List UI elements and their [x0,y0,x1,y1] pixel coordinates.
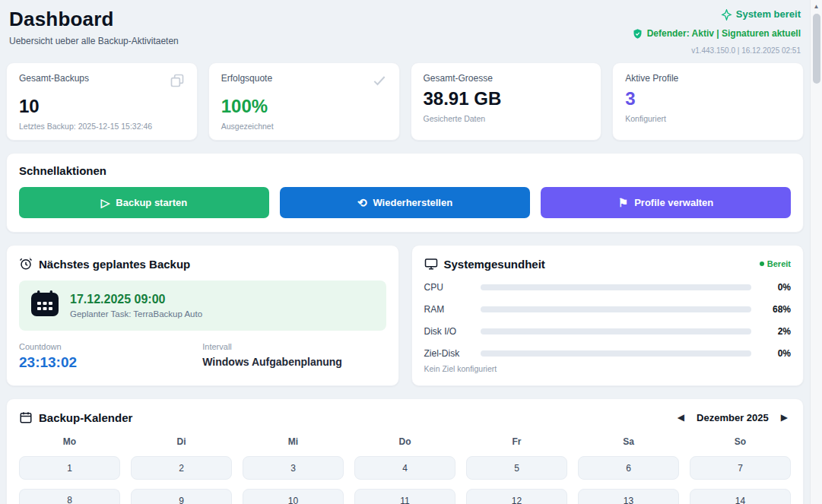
restore-button[interactable]: ⟲ Wiederherstellen [280,187,530,218]
monitor-icon [424,257,438,271]
calendar-day-cell[interactable]: 13 [578,489,679,504]
manage-profiles-button[interactable]: ⚑ Profile verwalten [541,187,791,218]
calendar-day-cell[interactable]: 11 [354,489,455,504]
stat-label: Gesamt-Backups [19,73,89,84]
backup-start-button[interactable]: ▷ Backup starten [19,187,269,218]
disk-io-progressbar [481,328,752,334]
ram-progressbar [481,306,752,312]
metric-value: 2% [760,326,791,337]
page-subtitle: Uebersicht ueber alle Backup-Aktivitaete… [9,36,179,46]
countdown-label: Countdown [19,342,202,351]
health-status-label: Bereit [767,259,791,268]
stat-label: Aktive Profile [625,73,678,84]
calendar-day-cell[interactable]: 4 [354,456,455,480]
button-label: Profile verwalten [634,197,713,208]
page-title: Dashboard [9,8,179,31]
health-row-disk-io: Disk I/O 2% [424,326,792,337]
stat-label: Gesamt-Groesse [424,73,493,84]
interval-block: Intervall Windows Aufgabenplanung [202,342,386,371]
page-header: Dashboard Uebersicht ueber alle Backup-A… [6,6,804,62]
system-status-row: System bereit [632,8,801,25]
weekday-label: Di [131,436,232,447]
countdown-value: 23:13:02 [19,354,202,371]
interval-label: Intervall [202,342,386,351]
calendar-month-label: Dezember 2025 [697,412,769,423]
button-label: Wiederherstellen [373,197,452,208]
backup-calendar-card: Backup-Kalender ◀ Dezember 2025 ▶ Mo Di … [6,398,804,504]
metric-value: 0% [760,282,791,293]
metric-label: RAM [424,304,471,315]
calendar-icon [19,410,33,424]
next-backup-title: Nächstes geplantes Backup [39,258,190,271]
prev-month-button[interactable]: ◀ [674,410,687,424]
stat-label: Erfolgsquote [221,73,272,84]
button-label: Backup starten [116,197,187,208]
status-dot-icon [760,262,764,266]
health-note: Kein Ziel konfiguriert [424,364,792,373]
quick-actions-row: ▷ Backup starten ⟲ Wiederherstellen ⚑ Pr… [19,187,791,218]
calendar-week-row-2: 8 9 10 11 12 13 14 [19,489,791,504]
system-status-label: System bereit [736,8,801,22]
stats-row: Gesamt-Backups 10 Letztes Backup: 2025-1… [6,62,804,141]
stat-card-top: Gesamt-Backups [19,73,185,91]
next-backup-task: Geplanter Task: TerraBackup Auto [70,309,202,319]
calendar-day-cell[interactable]: 14 [690,489,791,504]
vertical-scrollbar[interactable]: ▲ [810,0,822,504]
calendar-day-cell[interactable]: 3 [243,456,344,480]
stat-sub: Ausgezeichnet [221,122,387,131]
sparkle-icon [721,9,732,21]
scroll-up-arrow-icon[interactable]: ▲ [811,0,822,12]
system-health-header: Systemgesundheit Bereit [424,257,792,271]
backups-icon [170,73,185,91]
cpu-progressbar [481,284,752,290]
health-row-cpu: CPU 0% [424,282,792,293]
calendar-header: Backup-Kalender ◀ Dezember 2025 ▶ [19,410,791,424]
next-backup-datetime: 17.12.2025 09:00 [70,293,202,306]
weekday-label: Fr [466,436,567,447]
stat-value: 38.91 GB [424,88,589,109]
interval-value: Windows Aufgabenplanung [202,356,386,368]
weekday-label: Sa [578,436,679,447]
metric-label: Disk I/O [424,326,471,337]
calendar-title-row: Backup-Kalender [19,410,132,424]
calendar-day-cell[interactable]: 9 [131,489,232,504]
stat-sub: Letztes Backup: 2025-12-15 15:32:46 [19,122,185,131]
weekday-header-row: Mo Di Mi Do Fr Sa So [19,436,791,447]
backup-dashboard-app: Dashboard Uebersicht ueber alle Backup-A… [0,0,822,504]
shield-icon [632,28,643,40]
health-row-target-disk: Ziel-Disk 0% [424,348,792,359]
calendar-day-cell[interactable]: 7 [690,456,791,480]
next-backup-highlight: 17.12.2025 09:00 Geplanter Task: TerraBa… [19,281,386,331]
defender-status: Defender: Aktiv | Signaturen aktuell [632,27,801,40]
stat-value: 100% [221,96,387,117]
weekday-label: Mo [19,436,120,447]
calendar-day-cell[interactable]: 5 [466,456,567,480]
countdown-block: Countdown 23:13:02 [19,342,202,371]
weekday-label: So [690,436,791,447]
scrollbar-thumb[interactable] [813,14,820,84]
stat-card-active-profiles: Aktive Profile 3 Konfiguriert [612,62,804,141]
calendar-day-cell[interactable]: 10 [243,489,344,504]
weekday-label: Do [354,436,455,447]
quick-actions-card: Schnellaktionen ▷ Backup starten ⟲ Wiede… [6,153,804,233]
calendar-day-cell[interactable]: 12 [466,489,567,504]
metric-value: 68% [760,304,791,315]
weekday-label: Mi [243,436,344,447]
system-health-title-row: Systemgesundheit [424,257,545,271]
stat-sub: Konfiguriert [625,114,791,123]
calendar-day-cell[interactable]: 8 [19,489,120,504]
header-left: Dashboard Uebersicht ueber alle Backup-A… [9,8,179,46]
calendar-day-cell[interactable]: 6 [578,456,679,480]
stat-card-top: Aktive Profile [625,73,791,84]
stat-card-top: Gesamt-Groesse [424,73,589,84]
next-month-button[interactable]: ▶ [778,410,791,424]
metric-label: CPU [424,282,471,293]
quick-actions-title: Schnellaktionen [19,164,791,177]
version-info: v1.443.150.0 | 16.12.2025 02:51 [632,46,801,57]
calendar-day-cell[interactable]: 1 [19,456,120,480]
alarm-icon [19,257,33,271]
defender-status-label: Defender: Aktiv | Signaturen aktuell [647,27,801,40]
profiles-icon: ⚑ [618,197,628,208]
calendar-day-cell[interactable]: 2 [131,456,232,480]
target-disk-progressbar [481,350,752,357]
